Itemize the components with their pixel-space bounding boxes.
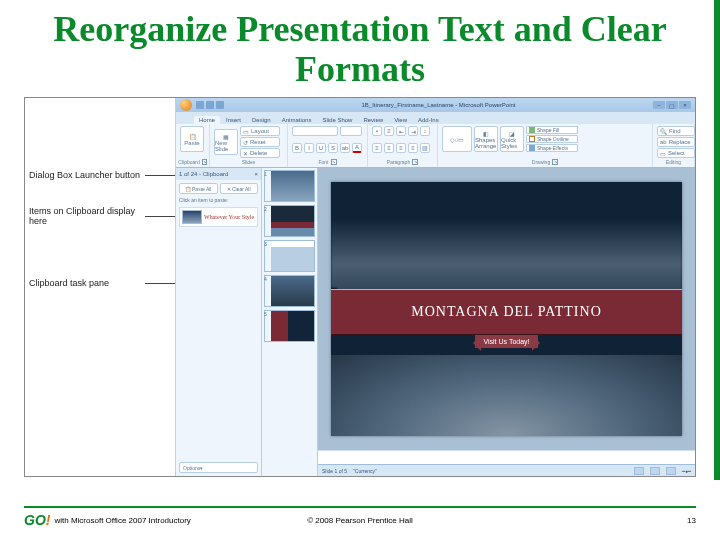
clipboard-item-text: Whatever Your Style <box>204 214 254 220</box>
delete-button[interactable]: ✕ Delete <box>240 148 280 158</box>
dialog-launcher-icon[interactable]: ↘ <box>331 159 337 165</box>
tab-home[interactable]: Home <box>194 116 220 124</box>
find-button[interactable]: 🔍 Find <box>657 126 695 136</box>
maximize-button[interactable]: ▢ <box>666 101 678 109</box>
minimize-button[interactable]: – <box>653 101 665 109</box>
reset-button[interactable]: ↺ Reset <box>240 137 280 147</box>
font-size-combo[interactable] <box>340 126 362 136</box>
zoom-slider[interactable]: ━●━ <box>682 468 691 474</box>
close-button[interactable]: × <box>679 101 691 109</box>
shape-fill-button[interactable]: Shape Fill <box>526 126 578 134</box>
thumbnail-5[interactable]: 5 <box>264 310 315 342</box>
bullets-button[interactable]: • <box>372 126 382 136</box>
indent-dec-button[interactable]: ⇤ <box>396 126 406 136</box>
underline-button[interactable]: U <box>316 143 326 153</box>
slide-main-title: MONTAGNA DEL PATTINO <box>411 304 602 320</box>
thumbnail-4[interactable]: 4 <box>264 275 315 307</box>
tab-review[interactable]: Review <box>358 116 388 124</box>
select-button[interactable]: ▭ Select <box>657 148 695 158</box>
thumbnail-2[interactable]: 2 <box>264 205 315 237</box>
footer-center: © 2008 Pearson Prentice Hall <box>307 516 413 525</box>
ribbon-group-drawing: ◇○▭ ◧Shapes Arrange ◪Quick Styles Shape … <box>438 124 653 167</box>
align-right-button[interactable]: ≡ <box>396 143 406 153</box>
mountain-graphic <box>331 355 681 436</box>
ribbon-group-slides: ▦New Slide ▭ Layout ↺ Reset ✕ Delete Sli… <box>210 124 288 167</box>
ribbon-group-paragraph: • ≡ ⇤ ⇥ ↕ ≡ ≡ ≡ ≡ ▥ Paragraph↘ <box>368 124 438 167</box>
group-label: Drawing <box>532 159 550 165</box>
slide-thumbnails: 1 2 3 4 5 <box>262 168 318 476</box>
dialog-launcher-icon[interactable]: ↘ <box>202 159 207 165</box>
group-label: Slides <box>214 159 283 165</box>
group-label: Editing <box>657 159 690 165</box>
powerpoint-window: 1B_Itinerary_Firstname_Lastname - Micros… <box>175 98 695 476</box>
dialog-launcher-icon[interactable]: ↘ <box>552 159 558 165</box>
tab-addins[interactable]: Add-Ins <box>413 116 444 124</box>
visit-label: Visit Us Today! <box>475 335 537 348</box>
shape-effects-button[interactable]: Shape Effects <box>526 144 578 152</box>
ribbon-tabs: Home Insert Design Animations Slide Show… <box>176 112 695 124</box>
notes-pane[interactable] <box>318 450 695 464</box>
bold-button[interactable]: B <box>292 143 302 153</box>
footer: GO! with Microsoft Office 2007 Introduct… <box>0 500 720 540</box>
window-controls[interactable]: – ▢ × <box>653 101 691 109</box>
line-spacing-button[interactable]: ↕ <box>420 126 430 136</box>
office-button[interactable] <box>180 99 192 111</box>
tab-slide-show[interactable]: Slide Show <box>317 116 357 124</box>
view-normal-button[interactable] <box>634 467 644 475</box>
replace-button[interactable]: ab Replace <box>657 137 695 147</box>
arrange-button[interactable]: ◧Shapes Arrange <box>474 126 498 152</box>
visit-badge: Visit Us Today! <box>475 335 537 348</box>
clipboard-item[interactable]: Whatever Your Style <box>179 207 258 227</box>
italic-button[interactable]: I <box>304 143 314 153</box>
footer-left: with Microsoft Office 2007 Introductory <box>54 516 190 525</box>
clipboard-pane-header: 1 of 24 - Clipboard × <box>176 168 261 180</box>
slide-title: Reorganize Presentation Text and Clear F… <box>0 0 720 97</box>
titlebar: 1B_Itinerary_Firstname_Lastname - Micros… <box>176 98 695 112</box>
clear-all-button[interactable]: ✕ Clear All <box>220 183 259 194</box>
group-label: Clipboard <box>178 159 199 165</box>
font-combo[interactable] <box>292 126 338 136</box>
tab-view[interactable]: View <box>389 116 412 124</box>
quick-access-toolbar[interactable] <box>196 101 224 109</box>
paste-all-button[interactable]: 📋 Paste All <box>179 183 218 194</box>
shape-outline-button[interactable]: Shape Outline <box>526 135 578 143</box>
numbering-button[interactable]: ≡ <box>384 126 394 136</box>
quick-styles-button[interactable]: ◪Quick Styles <box>500 126 524 152</box>
layout-button[interactable]: ▭ Layout <box>240 126 280 136</box>
new-slide-button[interactable]: ▦New Slide <box>214 129 238 155</box>
clipboard-task-pane: 1 of 24 - Clipboard × 📋 Paste All ✕ Clea… <box>176 168 262 476</box>
tab-animations[interactable]: Animations <box>277 116 317 124</box>
align-center-button[interactable]: ≡ <box>384 143 394 153</box>
tab-insert[interactable]: Insert <box>221 116 246 124</box>
callout-clipboard-items: Items on Clipboard display here <box>25 206 175 226</box>
view-sorter-button[interactable] <box>650 467 660 475</box>
columns-button[interactable]: ▥ <box>420 143 430 153</box>
font-color-button[interactable]: A <box>352 143 362 153</box>
callout-dialog-launcher: Dialog Box Launcher button <box>25 170 175 180</box>
tab-design[interactable]: Design <box>247 116 276 124</box>
status-slide: Slide 1 of 5 <box>322 468 347 474</box>
options-button[interactable]: Options ▾ <box>179 462 258 473</box>
status-theme: "Currency" <box>353 468 377 474</box>
slide-canvas: MONTAGNA DEL PATTINO Visit Us Today! Sli… <box>318 168 695 476</box>
slide-preview[interactable]: MONTAGNA DEL PATTINO Visit Us Today! <box>331 182 681 436</box>
shadow-button[interactable]: S <box>328 143 338 153</box>
justify-button[interactable]: ≡ <box>408 143 418 153</box>
indent-inc-button[interactable]: ⇥ <box>408 126 418 136</box>
shapes-gallery[interactable]: ◇○▭ <box>442 126 472 152</box>
paste-button[interactable]: 📋Paste <box>180 126 204 152</box>
go-logo: GO! <box>24 512 50 528</box>
strike-button[interactable]: ab <box>340 143 350 153</box>
thumbnail-3[interactable]: 3 <box>264 240 315 272</box>
thumbnail-1[interactable]: 1 <box>264 170 315 202</box>
clipboard-hint: Click an item to paste: <box>176 197 261 205</box>
align-left-button[interactable]: ≡ <box>372 143 382 153</box>
view-slideshow-button[interactable] <box>666 467 676 475</box>
dialog-launcher-icon[interactable]: ↘ <box>412 159 418 165</box>
group-label: Paragraph <box>387 159 410 165</box>
ribbon-group-editing: 🔍 Find ab Replace ▭ Select Editing <box>653 124 695 167</box>
callout-column: Dialog Box Launcher button Items on Clip… <box>25 98 175 476</box>
statusbar: Slide 1 of 5 "Currency" ━●━ <box>318 464 695 476</box>
callout-label: Clipboard task pane <box>25 278 145 288</box>
pane-close-icon[interactable]: × <box>254 171 258 177</box>
